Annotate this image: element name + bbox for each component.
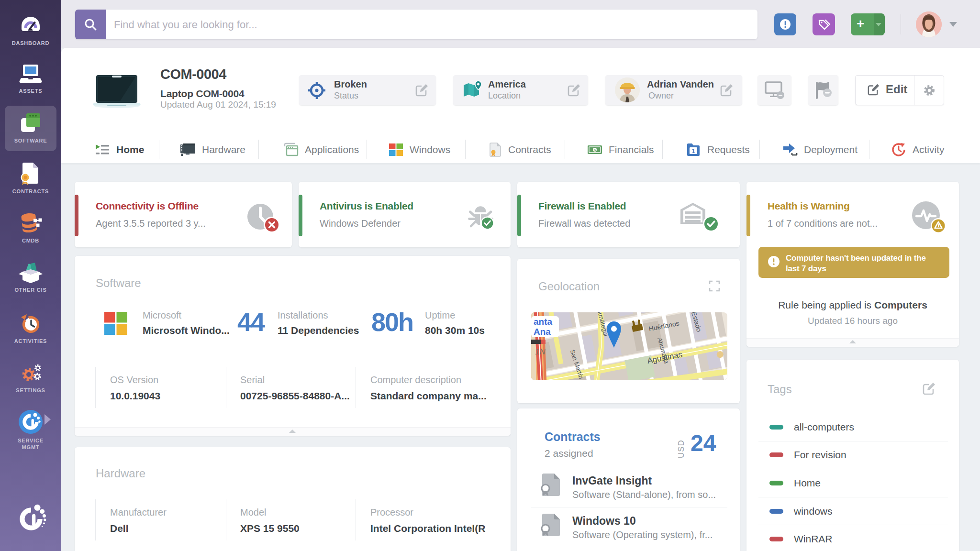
svg-text:Ana: Ana bbox=[534, 327, 551, 337]
svg-text:$: $ bbox=[594, 148, 596, 152]
svg-text:anta: anta bbox=[534, 317, 553, 327]
svg-text:1N: 1N bbox=[535, 347, 546, 356]
svg-text:1: 1 bbox=[692, 148, 695, 154]
